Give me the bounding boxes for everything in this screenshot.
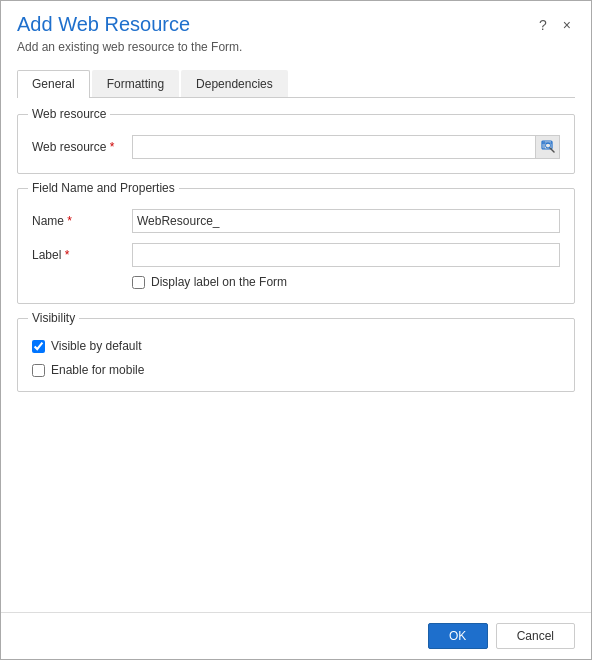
web-resource-lookup-button[interactable] xyxy=(535,136,559,158)
dialog-title: Add Web Resource xyxy=(17,13,190,36)
display-label-text: Display label on the Form xyxy=(151,275,287,289)
cancel-button[interactable]: Cancel xyxy=(496,623,575,649)
display-label-row: Display label on the Form xyxy=(132,275,560,289)
tab-bar: General Formatting Dependencies xyxy=(17,70,575,98)
web-resource-input-wrap xyxy=(132,135,560,159)
name-input[interactable] xyxy=(224,210,560,232)
label-row: Label * xyxy=(32,243,560,267)
dialog-footer: OK Cancel xyxy=(1,612,591,659)
visible-by-default-label: Visible by default xyxy=(51,339,142,353)
web-resource-label: Web resource * xyxy=(32,140,132,154)
enable-for-mobile-row: Enable for mobile xyxy=(32,363,560,377)
ok-button[interactable]: OK xyxy=(428,623,488,649)
dialog-title-icons: ? × xyxy=(535,15,575,35)
name-row: Name * WebResource_ xyxy=(32,209,560,233)
dialog-content: Web resource Web resource * xyxy=(1,98,591,612)
web-resource-row: Web resource * xyxy=(32,135,560,159)
name-input-wrap: WebResource_ xyxy=(132,209,560,233)
dialog-header: Add Web Resource ? × Add an existing web… xyxy=(1,1,591,60)
web-resource-section: Web resource Web resource * xyxy=(17,114,575,174)
tab-dependencies[interactable]: Dependencies xyxy=(181,70,288,97)
name-label: Name * xyxy=(32,214,132,228)
dialog-subtitle: Add an existing web resource to the Form… xyxy=(17,40,575,54)
lookup-icon xyxy=(541,140,555,154)
enable-for-mobile-checkbox[interactable] xyxy=(32,364,45,377)
visible-by-default-row: Visible by default xyxy=(32,339,560,353)
enable-for-mobile-label: Enable for mobile xyxy=(51,363,144,377)
display-label-checkbox[interactable] xyxy=(132,276,145,289)
label-required: * xyxy=(65,248,70,262)
visibility-section: Visibility Visible by default Enable for… xyxy=(17,318,575,392)
name-prefix: WebResource_ xyxy=(133,212,224,230)
field-name-legend: Field Name and Properties xyxy=(28,181,179,195)
field-name-section: Field Name and Properties Name * WebReso… xyxy=(17,188,575,304)
tab-general[interactable]: General xyxy=(17,70,90,98)
web-resource-input[interactable] xyxy=(133,136,535,158)
close-icon[interactable]: × xyxy=(559,15,575,35)
visible-by-default-checkbox[interactable] xyxy=(32,340,45,353)
label-input[interactable] xyxy=(132,243,560,267)
label-field-label: Label * xyxy=(32,248,132,262)
name-required: * xyxy=(67,214,72,228)
visibility-legend: Visibility xyxy=(28,311,79,325)
help-icon[interactable]: ? xyxy=(535,15,551,35)
web-resource-required: * xyxy=(110,140,115,154)
web-resource-legend: Web resource xyxy=(28,107,110,121)
tab-formatting[interactable]: Formatting xyxy=(92,70,179,97)
svg-point-4 xyxy=(545,143,550,148)
